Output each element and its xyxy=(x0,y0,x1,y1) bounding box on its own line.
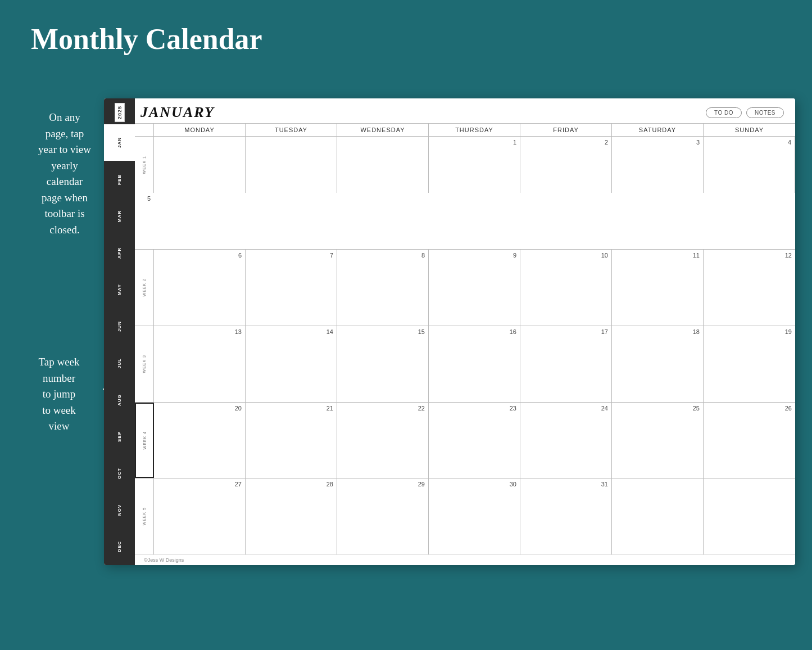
cal-cell-week1-day7[interactable]: 4 xyxy=(704,137,795,193)
cal-cell-week1-day5[interactable]: 2 xyxy=(520,137,612,193)
calendar-main: JANUARY TO DO NOTES MONDAYTUESDAYWEDNESD… xyxy=(135,98,795,565)
annotation-bottom: Tap week number to jump to week view xyxy=(14,354,104,435)
cal-cell-week3-day6[interactable]: 18 xyxy=(612,326,704,402)
month-tabs: JANFEBMARAPRMAYJUNJULAUGSEPOCTNOVDEC xyxy=(104,124,135,565)
month-tab-mar[interactable]: MAR xyxy=(104,198,135,234)
cal-cell-week2-day5[interactable]: 10 xyxy=(520,250,612,326)
cal-cell-week5-day6[interactable] xyxy=(612,479,704,554)
cal-cell-week3-day1[interactable]: 13 xyxy=(154,326,246,402)
calendar-sidebar: 2025 JANFEBMARAPRMAYJUNJULAUGSEPOCTNOVDE… xyxy=(104,98,135,565)
cal-cell-week3-day3[interactable]: 15 xyxy=(337,326,429,402)
cal-cell-week4-day7[interactable]: 26 xyxy=(704,403,795,479)
cal-cell-week5-day3[interactable]: 29 xyxy=(337,479,429,554)
day-headers: MONDAYTUESDAYWEDNESDAYTHURSDAYFRIDAYSATU… xyxy=(135,123,795,137)
day-header-thursday: THURSDAY xyxy=(429,124,520,136)
cal-cell-week1-day8[interactable]: 5 xyxy=(135,193,154,249)
cal-cell-week5-day1[interactable]: 27 xyxy=(154,479,246,554)
cal-cell-week4-day3[interactable]: 22 xyxy=(337,403,429,479)
cal-cell-week4-day2[interactable]: 21 xyxy=(246,403,337,479)
cal-cell-week4-day6[interactable]: 25 xyxy=(612,403,704,479)
day-header-wednesday: WEDNESDAY xyxy=(337,124,429,136)
month-tab-aug[interactable]: AUG xyxy=(104,381,135,418)
calendar-row-week-4: WEEK 420212223242526 xyxy=(135,403,795,479)
calendar: 2025 JANFEBMARAPRMAYJUNJULAUGSEPOCTNOVDE… xyxy=(104,98,795,565)
page-title: Monthly Calendar xyxy=(0,0,812,56)
month-tab-sep[interactable]: SEP xyxy=(104,418,135,455)
calendar-header-buttons: TO DO NOTES xyxy=(706,107,784,118)
cal-cell-week1-day6[interactable]: 3 xyxy=(612,137,704,193)
calendar-grid: WEEK 112345WEEK 26789101112WEEK 31314151… xyxy=(135,137,795,554)
cal-cell-week2-day4[interactable]: 9 xyxy=(429,250,520,326)
month-tab-apr[interactable]: APR xyxy=(104,234,135,271)
notes-button[interactable]: NOTES xyxy=(746,107,784,118)
cal-cell-week2-day3[interactable]: 8 xyxy=(337,250,429,326)
cal-cell-week3-day7[interactable]: 19 xyxy=(704,326,795,402)
week-col-header xyxy=(135,124,154,136)
week-label-4[interactable]: WEEK 4 xyxy=(135,403,154,479)
cal-cell-week3-day2[interactable]: 14 xyxy=(246,326,337,402)
calendar-row-week-5: WEEK 52728293031 xyxy=(135,479,795,554)
month-tab-may[interactable]: MAY xyxy=(104,271,135,308)
cal-cell-week4-day1[interactable]: 20 xyxy=(154,403,246,479)
calendar-month-title: JANUARY xyxy=(140,104,215,121)
day-header-monday: MONDAY xyxy=(154,124,246,136)
cal-cell-week1-day3[interactable] xyxy=(337,137,429,193)
week-label-3[interactable]: WEEK 3 xyxy=(135,326,154,402)
month-tab-jan[interactable]: JAN xyxy=(104,124,135,161)
cal-cell-week5-day2[interactable]: 28 xyxy=(246,479,337,554)
todo-button[interactable]: TO DO xyxy=(706,107,742,118)
day-header-friday: FRIDAY xyxy=(520,124,612,136)
cal-cell-week5-day5[interactable]: 31 xyxy=(520,479,612,554)
cal-cell-week3-day4[interactable]: 16 xyxy=(429,326,520,402)
cal-cell-week1-day2[interactable] xyxy=(246,137,337,193)
cal-cell-week2-day1[interactable]: 6 xyxy=(154,250,246,326)
month-tab-oct[interactable]: OCT xyxy=(104,455,135,491)
cal-cell-week2-day6[interactable]: 11 xyxy=(612,250,704,326)
month-tab-jun[interactable]: JUN xyxy=(104,308,135,345)
cal-cell-week4-day5[interactable]: 24 xyxy=(520,403,612,479)
week-label-2[interactable]: WEEK 2 xyxy=(135,250,154,326)
week-label-1[interactable]: WEEK 1 xyxy=(135,137,154,193)
day-header-tuesday: TUESDAY xyxy=(246,124,337,136)
week-label-5[interactable]: WEEK 5 xyxy=(135,479,154,554)
cal-cell-week2-day7[interactable]: 12 xyxy=(704,250,795,326)
month-tab-nov[interactable]: NOV xyxy=(104,491,135,528)
annotation-top: On any page, tap year to view yearly cal… xyxy=(17,110,112,238)
cal-cell-week1-day4[interactable]: 1 xyxy=(429,137,520,193)
cal-cell-week1-day1[interactable] xyxy=(154,137,246,193)
calendar-footer: ©Jess W Designs xyxy=(135,554,795,565)
calendar-row-week-3: WEEK 313141516171819 xyxy=(135,326,795,403)
month-tab-dec[interactable]: DEC xyxy=(104,529,135,565)
cal-cell-week4-day4[interactable]: 23 xyxy=(429,403,520,479)
calendar-header: JANUARY TO DO NOTES xyxy=(135,98,795,123)
cal-cell-week2-day2[interactable]: 7 xyxy=(246,250,337,326)
month-tab-jul[interactable]: JUL xyxy=(104,345,135,381)
year-label[interactable]: 2025 xyxy=(115,103,125,122)
cal-cell-week5-day7[interactable] xyxy=(704,479,795,554)
day-header-saturday: SATURDAY xyxy=(612,124,704,136)
cal-cell-week5-day4[interactable]: 30 xyxy=(429,479,520,554)
cal-cell-week3-day5[interactable]: 17 xyxy=(520,326,612,402)
month-tab-feb[interactable]: FEB xyxy=(104,161,135,197)
calendar-row-week-1: WEEK 112345 xyxy=(135,137,795,250)
calendar-row-week-2: WEEK 26789101112 xyxy=(135,250,795,326)
day-header-sunday: SUNDAY xyxy=(704,124,795,136)
